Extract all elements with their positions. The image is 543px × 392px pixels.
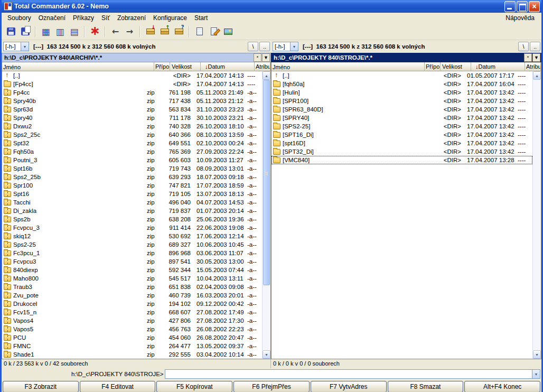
fn-button-f8-smazat[interactable]: F8 Smazat xyxy=(388,381,464,392)
file-row[interactable]: 840diexpzip592 34415.05.2003 07:44-a-- xyxy=(2,266,262,274)
right-favorites-button[interactable]: * xyxy=(524,53,532,62)
file-row[interactable]: Dxwu2zip740 32826.10.2003 18:10-a-- xyxy=(2,122,262,130)
menu-item-konfigurace[interactable]: Konfigurace xyxy=(149,13,191,23)
file-row[interactable]: [SPR100]<DIR>17.04.2007 13:42---- xyxy=(272,97,532,105)
file-row[interactable]: Tacchizip496 04004.07.2003 14:53-a-- xyxy=(2,198,262,207)
command-input-combo[interactable]: ▼ xyxy=(165,369,540,379)
scroll-up-icon[interactable]: ▲ xyxy=(533,71,541,80)
file-row[interactable]: PCUzip454 06026.08.2002 20:47-a-- xyxy=(2,333,262,342)
file-row[interactable]: [..]<DIR>17.04.2007 14:13---- xyxy=(2,71,262,80)
toolbar-button-disk[interactable] xyxy=(4,25,18,39)
file-row[interactable]: Fc3pcu_1zip896 96803.06.2003 11:07-a-- xyxy=(2,249,262,257)
left-favorites-button[interactable]: * xyxy=(254,53,261,62)
left-history-button[interactable]: ▼ xyxy=(262,53,270,62)
right-updir-button[interactable]: .. xyxy=(530,42,540,51)
left-scrollbar-track[interactable] xyxy=(263,80,270,350)
file-row[interactable]: FMNCzip264 47713.05.2002 09:37-a-- xyxy=(2,342,262,350)
file-row[interactable]: Spr100zip747 82117.07.2003 18:59-a-- xyxy=(2,181,262,190)
left-root-button[interactable]: \ xyxy=(248,42,258,51)
file-row[interactable]: Fcv15_nzip668 60727.08.2002 17:49-a-- xyxy=(2,308,262,316)
command-input[interactable] xyxy=(165,370,532,378)
menu-item-oznaceni[interactable]: Označení xyxy=(35,13,69,23)
file-row[interactable]: Di_zaklazip719 83701.07.2003 20:14-a-- xyxy=(2,207,262,215)
file-row[interactable]: Maho800zip545 51710.04.2003 13:11-a-- xyxy=(2,274,262,283)
fn-button-f4-editovat[interactable]: F4 Editovat xyxy=(80,381,156,392)
toolbar-button-disk-doc[interactable] xyxy=(18,25,32,39)
toolbar-button-forward[interactable] xyxy=(123,25,137,39)
menu-item-napoveda[interactable]: Nápověda xyxy=(502,13,538,23)
column-header-attr[interactable]: Atribut xyxy=(525,62,541,71)
right-path-bar[interactable]: h:\D_c\PROJEKTY 840\STROJE\*.* * ▼ xyxy=(271,53,541,62)
column-header-ext[interactable]: Přípo xyxy=(425,62,441,71)
toolbar-button-pack[interactable] xyxy=(143,25,157,39)
column-header-name[interactable]: Jméno xyxy=(2,62,154,71)
file-row[interactable]: [..]<DIR>01.05.2007 17:17---- xyxy=(272,71,532,80)
scroll-down-icon[interactable]: ▼ xyxy=(263,350,270,359)
file-row[interactable]: skiq12zip530 69217.06.2003 12:14-a-- xyxy=(2,232,262,240)
file-row[interactable]: [Fp4cc]<DIR>17.04.2007 14:13---- xyxy=(2,80,262,88)
menu-item-prikazy[interactable]: Příkazy xyxy=(69,13,98,23)
toolbar-button-unpack[interactable] xyxy=(157,25,172,39)
left-scrollbar[interactable]: ▲ ▼ xyxy=(262,71,270,359)
title-bar[interactable]: Total Commander 6.02 - Nemo × xyxy=(2,0,541,13)
fn-button-f3-zobrazit[interactable]: F3 Zobrazit xyxy=(3,381,79,392)
toolbar-button-image-view[interactable] xyxy=(221,25,235,39)
file-row[interactable]: Sps2-25zip689 32710.06.2003 10:45-a-- xyxy=(2,240,262,249)
left-updir-button[interactable]: .. xyxy=(259,42,270,51)
column-header-attr[interactable]: Atribut xyxy=(255,62,270,71)
right-scrollbar-track[interactable] xyxy=(533,80,541,350)
file-row[interactable]: Fp4cczip761 19805.11.2003 21:49-a-- xyxy=(2,88,262,97)
file-row[interactable]: [SPT16_Di]<DIR>17.04.2007 13:42---- xyxy=(272,130,532,139)
maximize-button[interactable] xyxy=(517,1,528,12)
toolbar-button-grid-view[interactable] xyxy=(39,25,53,39)
file-row[interactable]: Traub3zip651 83802.04.2003 09:08-a-- xyxy=(2,283,262,291)
toolbar-button-horizontal-split[interactable] xyxy=(67,25,81,39)
column-header-date[interactable]: ↓Datum xyxy=(201,62,255,71)
file-row[interactable]: Spt16bzip719 74308.09.2003 13:01-a-- xyxy=(2,164,262,173)
file-row[interactable]: Fcvpcu_3zip911 41422.06.2003 19:08-a-- xyxy=(2,223,262,232)
file-row[interactable]: [SPR63_840D]<DIR>17.04.2007 13:42---- xyxy=(272,105,532,114)
file-row[interactable]: [SPT32_Di]<DIR>17.04.2007 13:42---- xyxy=(272,147,532,156)
right-history-button[interactable]: ▼ xyxy=(532,53,540,62)
file-row[interactable]: Sps2_25bzip639 29318.07.2003 09:18-a-- xyxy=(2,173,262,181)
chevron-down-icon[interactable]: ▼ xyxy=(290,42,298,51)
right-root-button[interactable]: \ xyxy=(518,42,529,51)
column-header-ext[interactable]: Přípo xyxy=(154,62,170,71)
file-row[interactable]: Vapos4zip427 80627.08.2002 17:30-a-- xyxy=(2,316,262,325)
scroll-down-icon[interactable]: ▼ xyxy=(533,350,541,359)
file-row[interactable]: Vapos5zip456 76326.08.2002 22:23-a-- xyxy=(2,325,262,333)
file-row[interactable]: [SPRY40]<DIR>17.04.2007 13:42---- xyxy=(272,114,532,122)
file-row[interactable]: Spr63dzip563 83431.10.2003 23:23-a-- xyxy=(2,105,262,114)
fn-button-f7-vytvadres[interactable]: F7 VytvAdres xyxy=(311,381,387,392)
column-header-date[interactable]: ↓Datum xyxy=(471,62,525,71)
close-button[interactable]: × xyxy=(529,1,540,12)
file-row[interactable]: Fqh50azip765 36927.09.2003 22:24-a-- xyxy=(2,147,262,156)
file-row[interactable]: [fqh50a]<DIR>17.04.2007 16:04---- xyxy=(272,80,532,88)
scroll-up-icon[interactable]: ▲ xyxy=(263,71,270,80)
toolbar-button-edit-file[interactable] xyxy=(207,25,221,39)
file-row[interactable]: Sps2_25czip640 36608.10.2003 13:59-a-- xyxy=(2,130,262,139)
minimize-button[interactable] xyxy=(504,1,516,12)
file-row[interactable]: Shade1zip292 55503.04.2002 10:14-a-- xyxy=(2,350,262,359)
menu-item-sit[interactable]: Síť xyxy=(98,13,114,23)
file-row[interactable]: Poutni_3zip605 60310.09.2003 11:27-a-- xyxy=(2,156,262,164)
toolbar-button-back[interactable] xyxy=(108,25,123,39)
left-path-bar[interactable]: h:\D_c\PROJEKTY 840\ARCHIV\*.* * ▼ xyxy=(2,53,271,62)
file-row[interactable]: [VMC840]<DIR>17.04.2007 13:28---- xyxy=(272,156,532,164)
file-row[interactable]: Drukocelzip194 10209.12.2002 00:42-a-- xyxy=(2,300,262,308)
menu-item-zobrazeni[interactable]: Zobrazení xyxy=(114,13,149,23)
file-row[interactable]: Sps2bzip638 20825.06.2003 19:36-a-- xyxy=(2,215,262,223)
file-row[interactable]: [Hulin]<DIR>17.04.2007 13:42---- xyxy=(272,88,532,97)
menu-item-start[interactable]: Start xyxy=(191,13,211,23)
toolbar-button-vertical-split[interactable] xyxy=(53,25,67,39)
chevron-down-icon[interactable]: ▼ xyxy=(21,42,29,51)
right-scrollbar[interactable]: ▲ ▼ xyxy=(532,71,541,359)
right-drive-combo[interactable]: [-h-] ▼ xyxy=(273,42,298,51)
file-row[interactable]: Spry40bzip717 43805.11.2003 21:12-a-- xyxy=(2,97,262,105)
file-row[interactable]: [spt16D]<DIR>17.04.2007 13:42---- xyxy=(272,139,532,147)
file-row[interactable]: Fcvpcu3zip897 54130.05.2003 13:00-a-- xyxy=(2,257,262,266)
file-row[interactable]: Zvu_potezip460 73916.03.2003 20:01-a-- xyxy=(2,291,262,300)
fn-button-f5-kopirovat[interactable]: F5 Kopírovat xyxy=(156,381,232,392)
toolbar-button-favorites-star[interactable] xyxy=(88,25,102,39)
left-scrollbar-thumb[interactable] xyxy=(263,80,270,285)
